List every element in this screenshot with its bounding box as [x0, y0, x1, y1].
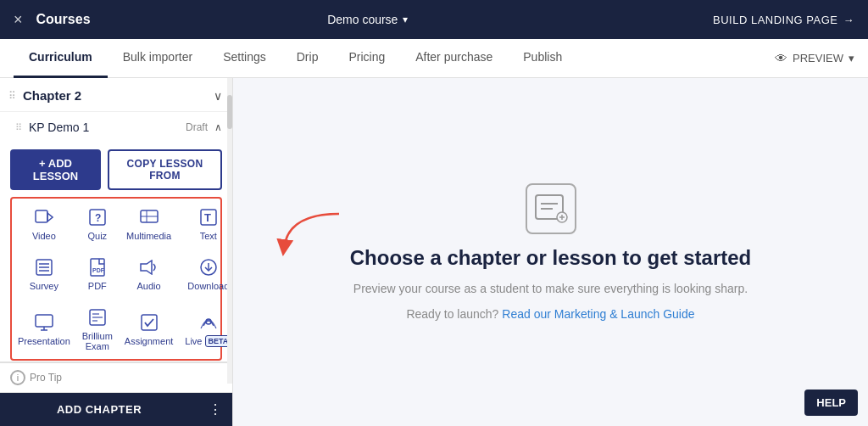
video-icon — [32, 208, 56, 227]
scroll-thumb[interactable] — [227, 95, 232, 129]
presentation-label: Presentation — [18, 336, 70, 346]
tab-bulk-importer[interactable]: Bulk importer — [108, 39, 208, 78]
text-icon: T — [197, 208, 220, 227]
close-icon[interactable]: × — [14, 11, 23, 29]
preview-button[interactable]: 👁 PREVIEW ▾ — [775, 51, 854, 65]
sidebar-bottom: i Pro Tip — [0, 362, 232, 392]
more-options-button[interactable]: ⋮ — [198, 393, 232, 426]
launch-guide-text: Ready to launch? Read our Marketing & La… — [406, 307, 694, 321]
assignment-icon — [137, 313, 161, 332]
tab-after-purchase[interactable]: After purchase — [400, 39, 508, 78]
lesson-type-grid: Video ? Quiz Multimedia T — [10, 197, 222, 361]
tab-drip[interactable]: Drip — [281, 39, 334, 78]
svg-marker-15 — [141, 261, 152, 274]
eye-icon: 👁 — [775, 51, 787, 65]
action-buttons: + ADD LESSON COPY LESSON FROM — [0, 143, 232, 197]
preview-label: PREVIEW — [793, 52, 843, 64]
download-label: Download — [187, 281, 229, 291]
lesson-type-survey[interactable]: Survey — [12, 249, 76, 299]
add-lesson-button[interactable]: + ADD LESSON — [10, 149, 101, 190]
lesson-type-presentation[interactable]: Presentation — [12, 299, 76, 359]
copy-lesson-button[interactable]: COPY LESSON FROM — [108, 149, 222, 190]
pdf-icon: PDF — [86, 258, 109, 277]
empty-state-subtext: Preview your course as a student to make… — [353, 282, 748, 295]
lesson-type-live[interactable]: Live BETA — [179, 299, 232, 359]
tab-curriculum[interactable]: Curriculum — [14, 39, 108, 78]
lesson-drag-handle[interactable]: ⠿ — [15, 122, 22, 133]
assignment-label: Assignment — [125, 336, 173, 346]
lesson-type-video[interactable]: Video — [12, 199, 76, 249]
course-name: Demo course — [327, 13, 398, 26]
course-selector[interactable]: Demo course ▾ — [327, 13, 408, 26]
brillium-exam-label: Brillium Exam — [82, 331, 113, 351]
lesson-type-multimedia[interactable]: Multimedia — [119, 199, 179, 249]
chapter-title: Chapter 2 — [23, 88, 207, 103]
lesson-type-pdf[interactable]: PDF PDF — [76, 249, 119, 299]
quiz-label: Quiz — [87, 231, 107, 241]
add-chapter-row: ADD CHAPTER ⋮ — [0, 392, 232, 426]
multimedia-label: Multimedia — [126, 231, 171, 241]
tab-publish[interactable]: Publish — [508, 39, 577, 78]
lesson-title[interactable]: KP Demo 1 — [29, 121, 179, 134]
lesson-status-badge: Draft — [186, 121, 208, 133]
live-icon — [197, 312, 220, 331]
svg-rect-25 — [142, 315, 157, 330]
tab-pricing[interactable]: Pricing — [333, 39, 400, 78]
help-button[interactable]: HELP — [804, 390, 858, 416]
audio-label: Audio — [137, 281, 161, 291]
svg-text:PDF: PDF — [92, 267, 105, 273]
lesson-row: ⠿ KP Demo 1 Draft ∧ — [0, 112, 232, 143]
main-wrapper: ⠿ Chapter 2 ∨ ⠿ KP Demo 1 Draft ∧ + ADD … — [0, 78, 868, 426]
svg-text:T: T — [204, 211, 211, 224]
audio-icon — [137, 258, 161, 277]
pdf-label: PDF — [88, 281, 107, 291]
svg-rect-18 — [36, 315, 53, 327]
lesson-type-text[interactable]: T Text — [179, 199, 232, 249]
preview-chevron-icon: ▾ — [849, 52, 854, 64]
build-landing-button[interactable]: BUILD LANDING PAGE → — [713, 14, 854, 26]
lesson-type-assignment[interactable]: Assignment — [119, 299, 179, 359]
sidebar: ⠿ Chapter 2 ∨ ⠿ KP Demo 1 Draft ∧ + ADD … — [0, 78, 233, 426]
empty-state-icon — [526, 183, 576, 234]
add-chapter-button[interactable]: ADD CHAPTER — [0, 393, 198, 426]
lesson-type-quiz[interactable]: ? Quiz — [76, 199, 119, 249]
download-icon — [197, 258, 220, 277]
launch-guide-link[interactable]: Read our Marketing & Launch Guide — [502, 307, 694, 321]
lesson-toggle-icon[interactable]: ∧ — [214, 121, 222, 133]
nav-tabs: Curriculum Bulk importer Settings Drip P… — [0, 39, 868, 78]
chapter-toggle-icon[interactable]: ∨ — [214, 89, 222, 103]
pro-tip-icon: i — [10, 370, 25, 385]
course-dropdown-icon: ▾ — [403, 14, 408, 25]
topbar: × Courses Demo course ▾ BUILD LANDING PA… — [0, 0, 868, 39]
lesson-type-audio[interactable]: Audio — [119, 249, 179, 299]
tab-settings[interactable]: Settings — [208, 39, 281, 78]
svg-marker-1 — [47, 213, 53, 221]
sidebar-content: ⠿ Chapter 2 ∨ ⠿ KP Demo 1 Draft ∧ + ADD … — [0, 78, 232, 362]
empty-state-headline: Choose a chapter or lesson to get starte… — [350, 246, 751, 270]
live-label: Live BETA — [185, 335, 231, 347]
quiz-icon: ? — [86, 208, 109, 227]
content-area: Choose a chapter or lesson to get starte… — [233, 78, 868, 426]
presentation-icon — [32, 313, 56, 332]
brillium-exam-icon — [86, 308, 109, 327]
survey-label: Survey — [30, 281, 58, 291]
lesson-type-brillium-exam[interactable]: Brillium Exam — [76, 299, 119, 359]
svg-rect-0 — [36, 210, 47, 222]
survey-icon — [32, 258, 56, 277]
chapter-header: ⠿ Chapter 2 ∨ — [0, 78, 232, 112]
text-label: Text — [200, 231, 217, 241]
pro-tip-label: Pro Tip — [30, 372, 62, 384]
scroll-track — [227, 78, 232, 384]
multimedia-icon — [137, 208, 161, 227]
video-label: Video — [32, 231, 56, 241]
svg-text:?: ? — [95, 212, 101, 224]
chapter-drag-handle[interactable]: ⠿ — [8, 90, 16, 102]
lesson-type-download[interactable]: Download — [179, 249, 232, 299]
app-title: Courses — [36, 12, 314, 27]
